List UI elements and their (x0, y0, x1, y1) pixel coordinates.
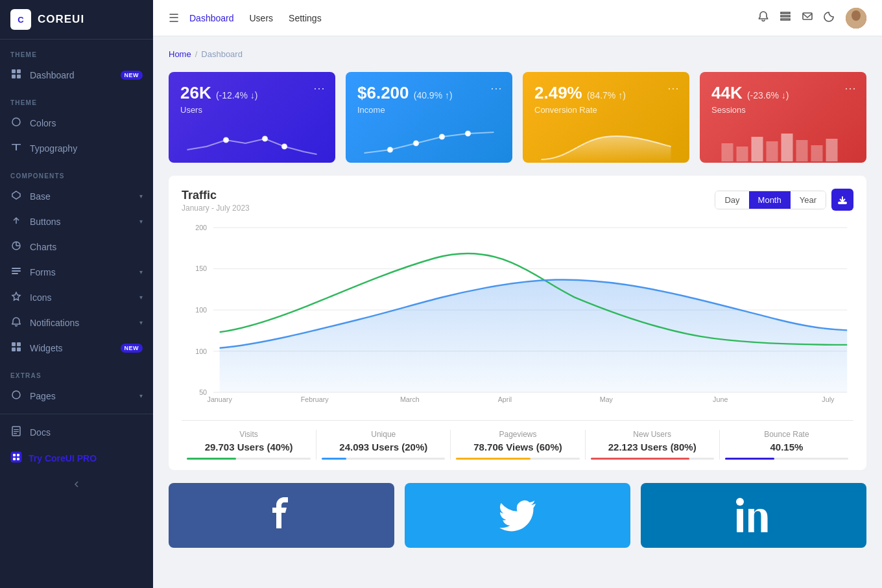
svg-rect-51 (826, 139, 838, 161)
avatar[interactable] (846, 8, 866, 29)
bell-icon[interactable] (757, 10, 769, 25)
svg-rect-46 (752, 137, 763, 161)
newusers-value: 22.123 Users (80%) (591, 441, 714, 453)
svg-rect-2 (12, 75, 16, 78)
conversion-label: Conversion Rate (534, 105, 678, 115)
traffic-section: Traffic January - July 2023 Day Month Ye… (169, 176, 866, 470)
svg-rect-31 (781, 19, 790, 20)
svg-rect-16 (12, 347, 16, 351)
icons-icon (10, 291, 22, 303)
svg-text:March: March (400, 395, 420, 403)
pages-chevron: ▾ (139, 392, 143, 399)
sessions-card-menu[interactable]: ⋯ (844, 81, 857, 95)
logo-text: COREUI (38, 13, 84, 26)
svg-rect-72 (737, 509, 743, 532)
sidebar-item-icons[interactable]: Icons ▾ (0, 285, 153, 310)
nav-users[interactable]: Users (250, 13, 274, 23)
sidebar-item-typography[interactable]: Typography (0, 135, 153, 161)
income-card-menu[interactable]: ⋯ (490, 81, 503, 95)
widgets-badge: NEW (121, 344, 143, 353)
mail-icon[interactable] (802, 10, 813, 25)
svg-rect-27 (17, 458, 19, 460)
sidebar-item-dashboard[interactable]: Dashboard NEW (0, 62, 153, 88)
svg-rect-44 (722, 143, 733, 161)
newusers-bar-fill (591, 458, 689, 460)
notifications-icon (10, 316, 22, 329)
header-icons (757, 8, 866, 29)
buttons-chevron: ▾ (139, 218, 143, 225)
svg-point-38 (263, 136, 268, 141)
twitter-icon (498, 496, 537, 535)
colors-icon (10, 117, 22, 129)
page-content: Home / Dashboard ⋯ 26K (-12.4% ↓) Users (153, 36, 882, 588)
stat-unique: Unique 24.093 Users (20%) (316, 430, 450, 460)
sidebar-item-charts[interactable]: Charts (0, 234, 153, 259)
sidebar-item-buttons[interactable]: Buttons ▾ (0, 209, 153, 234)
day-button[interactable]: Day (715, 191, 748, 209)
svg-text:100: 100 (195, 347, 207, 355)
stat-bouncerate: Bounce Rate 40.15% (719, 430, 853, 460)
stat-newusers: New Users 22.123 Users (80%) (585, 430, 719, 460)
svg-text:April: April (498, 395, 512, 403)
pageviews-bar-fill (456, 458, 530, 460)
export-button[interactable] (831, 189, 853, 211)
breadcrumb: Home / Dashboard (169, 49, 866, 59)
conversion-card-menu[interactable]: ⋯ (667, 81, 680, 95)
nav-dashboard[interactable]: Dashboard (189, 13, 234, 23)
moon-icon[interactable] (824, 10, 835, 25)
users-card-menu[interactable]: ⋯ (313, 81, 326, 95)
sidebar-item-docs[interactable]: Docs (0, 419, 153, 445)
newusers-bar (591, 458, 714, 460)
header-nav: Dashboard Users Settings (189, 13, 322, 23)
month-button[interactable]: Month (749, 191, 791, 209)
svg-rect-49 (796, 140, 808, 161)
header: ☰ Dashboard Users Settings (153, 0, 882, 36)
visits-value: 29.703 Users (40%) (187, 441, 311, 453)
sidebar: C COREUI THEME Dashboard NEW THEME Color… (0, 0, 153, 588)
svg-rect-14 (12, 342, 16, 346)
svg-rect-21 (14, 431, 19, 432)
sessions-label: Sessions (711, 105, 855, 115)
svg-text:100: 100 (195, 306, 207, 314)
svg-text:January: January (208, 395, 233, 403)
users-chart (180, 120, 324, 163)
users-value: 26K (-12.4% ↓) (180, 84, 324, 102)
svg-rect-12 (12, 273, 18, 274)
stat-card-income: ⋯ $6.200 (40.9% ↑) Income (346, 72, 512, 163)
svg-rect-10 (12, 268, 21, 269)
charts-label: Charts (30, 242, 143, 252)
colors-label: Colors (30, 118, 143, 128)
facebook-icon (262, 496, 301, 535)
svg-text:June: June (713, 395, 728, 403)
traffic-subtitle: January - July 2023 (182, 204, 250, 213)
income-chart (357, 120, 501, 163)
breadcrumb-current: Dashboard (201, 49, 243, 59)
svg-rect-11 (12, 270, 21, 272)
traffic-stats-bottom: Visits 29.703 Users (40%) Unique 24.093 … (182, 420, 853, 460)
sidebar-item-widgets[interactable]: Widgets NEW (0, 335, 153, 360)
svg-rect-22 (14, 433, 17, 434)
hamburger-icon[interactable]: ☰ (169, 11, 179, 25)
sidebar-item-pages[interactable]: Pages ▾ (0, 383, 153, 408)
sidebar-item-notifications[interactable]: Notifications ▾ (0, 310, 153, 335)
svg-rect-30 (781, 16, 790, 17)
traffic-controls: Day Month Year (715, 189, 853, 211)
sidebar-collapse-button[interactable] (0, 472, 153, 497)
traffic-title-block: Traffic January - July 2023 (182, 189, 250, 213)
year-button[interactable]: Year (791, 191, 826, 209)
stat-card-users: ⋯ 26K (-12.4% ↓) Users (169, 72, 335, 163)
list-icon[interactable] (780, 10, 791, 25)
stat-visits: Visits 29.703 Users (40%) (182, 430, 316, 460)
svg-rect-20 (14, 429, 19, 430)
try-pro-button[interactable]: Try CoreUI PRO (0, 445, 153, 472)
charts-icon (10, 241, 22, 253)
breadcrumb-separator: / (195, 49, 198, 59)
breadcrumb-home[interactable]: Home (169, 49, 191, 59)
nav-settings[interactable]: Settings (289, 13, 322, 23)
sidebar-item-base[interactable]: Base ▾ (0, 183, 153, 209)
svg-point-73 (736, 498, 744, 506)
base-label: Base (30, 191, 132, 202)
sidebar-item-colors[interactable]: Colors (0, 110, 153, 135)
sidebar-item-forms[interactable]: Forms ▾ (0, 259, 153, 285)
traffic-chart-container: 200 150 100 100 50 (182, 219, 853, 414)
